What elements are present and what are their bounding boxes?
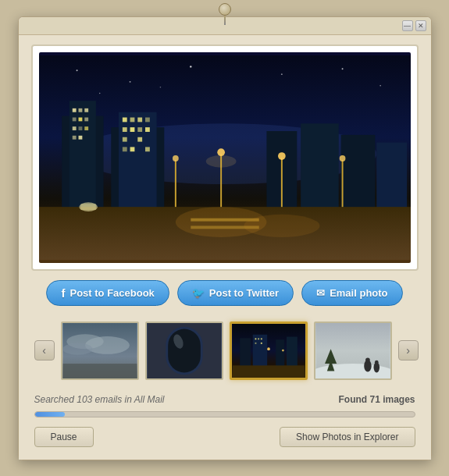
svg-rect-71 <box>276 339 284 367</box>
svg-point-48 <box>172 155 178 162</box>
svg-rect-77 <box>260 338 262 339</box>
svg-point-8 <box>159 86 161 87</box>
svg-rect-41 <box>376 142 407 214</box>
svg-rect-27 <box>137 117 142 122</box>
search-status: Searched 103 emails in All Mail <box>34 394 165 405</box>
svg-rect-69 <box>240 338 251 367</box>
svg-rect-35 <box>122 147 127 151</box>
svg-point-5 <box>341 68 343 69</box>
svg-rect-18 <box>72 126 76 130</box>
svg-rect-26 <box>130 117 134 122</box>
svg-rect-40 <box>340 134 375 214</box>
thumbnails-container <box>61 321 392 380</box>
svg-point-43 <box>217 148 225 156</box>
svg-rect-80 <box>233 365 305 378</box>
next-arrow[interactable]: › <box>398 340 419 361</box>
right-arrow-icon: › <box>406 344 410 357</box>
email-photo-label: Email photo <box>330 287 387 299</box>
svg-rect-32 <box>145 127 150 132</box>
svg-point-6 <box>380 84 381 86</box>
svg-rect-39 <box>301 123 339 215</box>
bottom-buttons: Pause Show Photos in Explorer <box>31 427 419 450</box>
svg-rect-22 <box>78 135 82 139</box>
svg-rect-36 <box>130 147 134 151</box>
post-facebook-button[interactable]: f Post to Facebook <box>46 280 169 306</box>
svg-rect-66 <box>168 329 201 372</box>
main-window: — ✕ <box>18 16 432 460</box>
svg-rect-21 <box>72 135 76 139</box>
svg-point-1 <box>76 69 77 71</box>
svg-rect-15 <box>72 117 76 121</box>
svg-rect-25 <box>122 117 127 122</box>
svg-point-50 <box>339 155 345 162</box>
svg-rect-57 <box>80 204 95 210</box>
svg-point-2 <box>129 80 130 82</box>
svg-rect-75 <box>255 338 256 339</box>
progress-bar-container <box>34 411 415 417</box>
post-facebook-label: Post to Facebook <box>69 287 154 299</box>
svg-rect-20 <box>84 126 88 130</box>
svg-point-3 <box>190 66 191 67</box>
svg-rect-72 <box>287 336 298 367</box>
svg-point-74 <box>282 349 284 351</box>
main-photo: photos <box>39 52 411 263</box>
thumbnail-4[interactable] <box>314 321 392 380</box>
close-button[interactable]: ✕ <box>415 20 426 31</box>
thumbnail-1[interactable] <box>61 321 139 380</box>
svg-point-4 <box>280 73 282 75</box>
svg-point-44 <box>205 155 236 168</box>
svg-rect-14 <box>84 108 88 112</box>
post-twitter-label: Post to Twitter <box>209 287 279 299</box>
thumbnail-strip: ‹ <box>31 317 419 385</box>
svg-rect-78 <box>255 342 256 343</box>
minimize-icon: — <box>404 22 411 30</box>
svg-rect-28 <box>145 117 150 122</box>
prev-arrow[interactable]: ‹ <box>34 340 55 361</box>
svg-point-46 <box>278 152 286 160</box>
thumbnail-3-active[interactable] <box>230 321 308 380</box>
svg-rect-13 <box>78 108 82 112</box>
svg-rect-37 <box>145 147 150 151</box>
svg-point-62 <box>62 343 92 354</box>
svg-rect-12 <box>72 108 76 112</box>
svg-point-55 <box>244 214 319 236</box>
svg-rect-17 <box>84 117 88 121</box>
svg-rect-19 <box>78 126 82 130</box>
svg-point-61 <box>85 336 130 354</box>
found-status: Found 71 images <box>338 394 415 405</box>
svg-rect-76 <box>258 338 259 339</box>
pause-button[interactable]: Pause <box>34 427 94 447</box>
facebook-icon: f <box>61 286 65 300</box>
svg-rect-63 <box>62 364 137 378</box>
left-arrow-icon: ‹ <box>42 344 46 357</box>
pin-decoration <box>219 3 231 25</box>
email-photo-button[interactable]: ✉ Email photo <box>301 280 402 306</box>
action-buttons: f Post to Facebook 🐦 Post to Twitter ✉ E… <box>31 280 419 306</box>
svg-point-86 <box>365 357 370 362</box>
svg-point-73 <box>267 347 270 350</box>
svg-rect-33 <box>122 137 127 141</box>
svg-point-88 <box>374 360 378 364</box>
show-photos-button[interactable]: Show Photos in Explorer <box>280 427 415 447</box>
minimize-button[interactable]: — <box>402 20 413 31</box>
status-row: Searched 103 emails in All Mail Found 71… <box>31 394 419 405</box>
twitter-icon: 🐦 <box>192 287 205 299</box>
post-twitter-button[interactable]: 🐦 Post to Twitter <box>177 280 294 306</box>
thumbnail-2[interactable] <box>145 321 223 380</box>
progress-fill <box>35 412 66 417</box>
svg-rect-30 <box>130 127 134 132</box>
svg-point-7 <box>98 92 100 94</box>
svg-rect-16 <box>78 117 82 121</box>
svg-rect-29 <box>122 127 127 132</box>
svg-rect-31 <box>137 127 142 132</box>
photo-container: photos <box>31 44 419 271</box>
email-icon: ✉ <box>316 287 325 299</box>
content-area: photos f Post to Facebook 🐦 Post to Twit… <box>19 35 431 460</box>
svg-rect-34 <box>137 137 142 141</box>
close-icon: ✕ <box>418 22 424 30</box>
svg-rect-79 <box>260 342 262 343</box>
